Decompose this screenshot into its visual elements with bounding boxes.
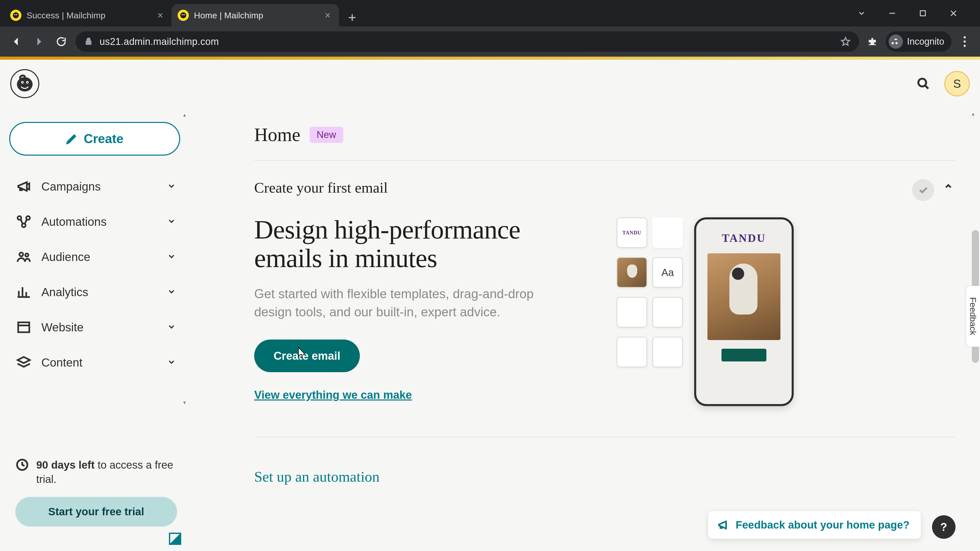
svg-point-9 [964, 45, 966, 47]
sidebar-item-automations[interactable]: Automations [9, 205, 183, 238]
help-label: ? [940, 521, 947, 534]
svg-point-15 [918, 79, 926, 86]
bookmark-icon[interactable] [840, 36, 851, 47]
window-close-icon[interactable] [947, 7, 959, 19]
sidebar-scroll[interactable]: Create Campaigns Automations Audience [0, 108, 192, 448]
flow-icon [16, 214, 31, 229]
forward-button[interactable] [30, 33, 47, 50]
new-tab-button[interactable]: + [343, 8, 361, 27]
sidebar-item-analytics[interactable]: Analytics [9, 275, 183, 309]
create-email-label: Create email [274, 349, 340, 362]
scroll-up-icon[interactable]: ▴ [972, 111, 978, 117]
megaphone-icon [16, 179, 31, 194]
address-bar-row: us21.admin.mailchimp.com Incognito [0, 27, 980, 57]
svg-point-20 [25, 254, 28, 257]
svg-point-13 [22, 82, 23, 83]
incognito-chip[interactable]: Incognito [886, 32, 951, 52]
sidebar-item-campaigns[interactable]: Campaigns [9, 170, 183, 203]
sidebar-item-label: Website [41, 321, 157, 334]
tab-title: Success | Mailchimp [27, 11, 150, 21]
close-icon[interactable]: × [155, 10, 165, 21]
sidebar-item-website[interactable]: Website [9, 311, 183, 344]
avatar-initial: S [953, 77, 961, 91]
svg-point-18 [22, 224, 26, 227]
search-button[interactable] [911, 71, 936, 97]
chevron-down-icon [167, 287, 176, 297]
chevron-down-icon [167, 357, 176, 368]
typography-swatch: Aa [652, 257, 683, 288]
photo-swatch [617, 257, 647, 288]
create-email-button[interactable]: Create email [254, 340, 360, 372]
extensions-icon[interactable] [865, 35, 880, 49]
sidebar-item-label: Campaigns [41, 179, 157, 193]
layout-swatch [617, 297, 647, 327]
page-title: Home [254, 124, 301, 146]
svg-point-4 [182, 14, 183, 15]
brand-swatch: TANDU [617, 218, 647, 248]
hero: Design high-performance emails in minute… [254, 215, 956, 406]
layers-icon [16, 355, 31, 370]
sidebar-item-label: Content [41, 356, 157, 369]
sidebar-footer [169, 533, 181, 545]
svg-rect-21 [18, 322, 29, 332]
people-icon [16, 249, 31, 264]
sidebar-item-content[interactable]: Content [9, 346, 183, 379]
trial-text: 90 days left to access a free trial. [36, 458, 177, 487]
reload-button[interactable] [53, 33, 69, 50]
browser-chrome: Success | Mailchimp × Home | Mailchimp ×… [0, 0, 980, 57]
maximize-icon[interactable] [917, 7, 929, 19]
tab-inactive[interactable]: Success | Mailchimp × [4, 4, 172, 27]
view-everything-link[interactable]: View everything we can make [254, 389, 586, 401]
sidebar-item-audience[interactable]: Audience [9, 240, 183, 273]
sidebar-item-label: Audience [41, 250, 157, 264]
hero-body: Get started with flexible templates, dra… [254, 285, 545, 321]
start-trial-label: Start your free trial [48, 506, 144, 518]
svg-point-10 [17, 77, 33, 91]
main-content: ▴ Home New Create your first email Desig… [203, 108, 980, 551]
svg-point-8 [964, 41, 966, 43]
incognito-icon [889, 35, 903, 49]
window-controls [856, 0, 972, 27]
feedback-side-tab[interactable]: Feedback [966, 286, 980, 347]
feedback-chip[interactable]: Feedback about your home page? [708, 511, 921, 539]
phone-preview: TANDU [694, 218, 794, 406]
scroll-down-icon[interactable]: ▾ [183, 400, 189, 406]
svg-point-3 [180, 12, 186, 18]
card-eyebrow: Create your first email [254, 179, 912, 196]
collapse-button[interactable] [941, 179, 956, 193]
tabs-dropdown-icon[interactable] [856, 7, 868, 19]
phone-hero-image [708, 253, 780, 340]
kebab-menu-icon[interactable] [958, 35, 972, 49]
megaphone-icon [718, 519, 730, 531]
layout-swatch [652, 297, 683, 327]
close-icon[interactable]: × [323, 10, 333, 21]
trial-days: 90 days left [36, 459, 95, 471]
chevron-down-icon [167, 322, 176, 332]
clock-icon [15, 458, 29, 472]
back-button[interactable] [8, 33, 24, 50]
collapse-sidebar-icon[interactable] [169, 533, 181, 545]
layout-swatch [652, 337, 683, 367]
create-button-label: Create [84, 131, 124, 146]
page-header: Home New [203, 108, 980, 160]
style-palette: TANDU Aa [617, 218, 684, 367]
hero-heading-line1: Design high-performance [254, 215, 520, 244]
step-complete-indicator [912, 179, 934, 201]
help-button[interactable]: ? [932, 515, 956, 539]
bar-chart-icon [16, 285, 31, 300]
avatar[interactable]: S [944, 71, 970, 97]
tab-active[interactable]: Home | Mailchimp × [172, 4, 339, 27]
phone-brand: TANDU [722, 232, 766, 245]
layout-swatch [617, 337, 647, 367]
url-host: us21.admin.mailchimp.com [100, 36, 219, 47]
minimize-icon[interactable] [886, 7, 898, 19]
onboarding-card: Create your first email Design high-perf… [203, 161, 980, 406]
url-text: us21.admin.mailchimp.com [100, 36, 219, 47]
svg-point-19 [19, 252, 23, 256]
scroll-up-icon[interactable]: ▴ [183, 112, 189, 118]
start-trial-button[interactable]: Start your free trial [15, 497, 177, 527]
mailchimp-logo[interactable] [10, 69, 39, 98]
address-bar[interactable]: us21.admin.mailchimp.com [76, 32, 859, 52]
chevron-down-icon [167, 181, 176, 192]
create-button[interactable]: Create [9, 122, 180, 156]
